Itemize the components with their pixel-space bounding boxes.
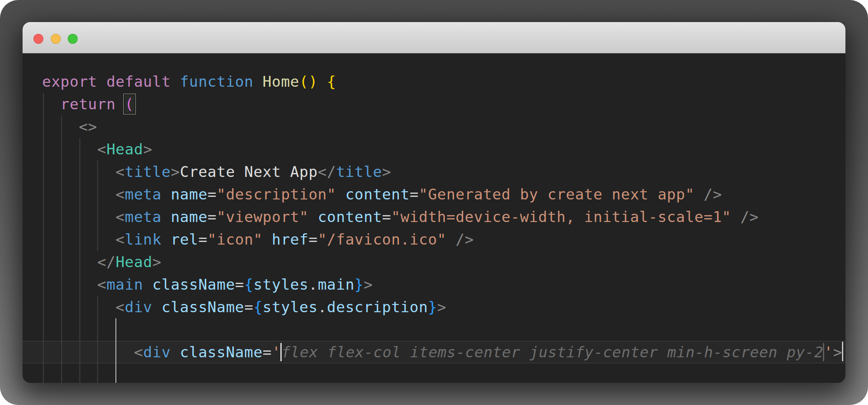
code-token xyxy=(318,73,327,90)
code-token: meta xyxy=(125,208,162,225)
zoom-button[interactable] xyxy=(68,34,78,44)
code-token xyxy=(263,231,272,248)
code-token xyxy=(42,298,115,316)
code-token xyxy=(309,208,318,225)
code-token: { xyxy=(244,276,253,293)
code-lines: export default function Home() { return … xyxy=(23,53,845,383)
code-token: export default xyxy=(42,73,171,90)
window-titlebar[interactable] xyxy=(23,22,845,53)
code-token xyxy=(42,343,134,361)
code-token xyxy=(42,140,97,158)
code-token xyxy=(42,186,115,203)
code-token: < xyxy=(115,298,125,316)
code-token xyxy=(447,231,456,248)
code-token: = xyxy=(235,276,244,293)
code-line-7[interactable]: <meta name="viewport" content="width=dev… xyxy=(23,206,845,228)
code-token: meta xyxy=(125,186,162,203)
code-token xyxy=(694,186,704,203)
code-token: ' xyxy=(824,343,833,361)
code-line-1[interactable]: export default function Home() { xyxy=(23,70,845,93)
code-token: > xyxy=(171,163,180,180)
code-token: </ xyxy=(97,253,115,271)
code-token xyxy=(253,73,263,90)
code-token xyxy=(152,298,161,316)
code-token: <> xyxy=(79,118,97,135)
code-token xyxy=(161,208,171,225)
code-token: styles xyxy=(263,298,318,316)
code-line-10[interactable]: <main className={styles.main}> xyxy=(23,273,845,296)
code-token: href xyxy=(272,231,309,248)
code-token: = xyxy=(410,186,419,203)
code-token: } xyxy=(428,298,437,316)
code-token xyxy=(42,163,115,180)
code-token: { xyxy=(327,73,336,90)
copilot-ghost-text: flex flex-col items-center justify-cente… xyxy=(281,343,823,361)
code-token xyxy=(161,231,171,248)
code-token: name xyxy=(171,186,207,203)
code-token: styles xyxy=(253,276,309,293)
code-editor[interactable]: export default function Home() { return … xyxy=(23,53,845,383)
code-token: "viewport" xyxy=(217,208,309,225)
code-token: content xyxy=(318,208,382,225)
code-line-6[interactable]: <meta name="description" content="Genera… xyxy=(23,183,845,206)
code-token: > xyxy=(437,298,446,316)
code-line-2[interactable]: return ( xyxy=(23,93,845,115)
code-token: > xyxy=(364,276,373,293)
code-token: < xyxy=(115,231,125,248)
code-token: = xyxy=(244,298,253,316)
code-token: { xyxy=(253,298,263,316)
code-token: className xyxy=(152,276,235,293)
line-end-cursor xyxy=(842,342,844,361)
code-line-8[interactable]: <link rel="icon" href="/favicon.ico" /> xyxy=(23,228,845,251)
code-token: title xyxy=(336,163,382,180)
code-token: div xyxy=(143,343,171,361)
current-code-line[interactable]: <div className='flex flex-col items-cent… xyxy=(23,341,845,363)
close-button[interactable] xyxy=(33,34,43,44)
code-token: name xyxy=(171,208,207,225)
code-token: = xyxy=(207,186,217,203)
code-token: main xyxy=(106,276,143,293)
code-line-11[interactable]: <div className={styles.description}> xyxy=(23,296,845,318)
code-token: } xyxy=(355,276,364,293)
code-token: = xyxy=(198,231,207,248)
code-token: content xyxy=(345,186,410,203)
matched-bracket: ( xyxy=(125,95,134,113)
code-line-3[interactable]: <> xyxy=(23,115,845,138)
code-token: main xyxy=(318,276,355,293)
code-token: > xyxy=(143,140,152,158)
code-token: = xyxy=(263,343,272,361)
code-token: link xyxy=(125,231,162,248)
code-token xyxy=(143,276,152,293)
code-token: /> xyxy=(456,231,474,248)
code-token: < xyxy=(115,163,125,180)
code-token: = xyxy=(207,208,217,225)
code-token: > xyxy=(382,163,391,180)
code-token: function xyxy=(180,73,253,90)
code-token: < xyxy=(115,186,125,203)
code-token: "width=device-width, initial-scale=1" xyxy=(391,208,731,225)
code-token: /> xyxy=(704,186,722,203)
minimize-button[interactable] xyxy=(51,34,61,44)
code-token: . xyxy=(318,298,327,316)
code-line-5[interactable]: <title>Create Next App</title> xyxy=(23,160,845,183)
code-token: < xyxy=(97,276,106,293)
code-token: "/favicon.ico" xyxy=(318,231,446,248)
code-token xyxy=(336,186,345,203)
code-line-9[interactable]: </Head> xyxy=(23,251,845,273)
code-token: Head xyxy=(115,253,152,271)
code-token xyxy=(42,276,97,293)
code-token: rel xyxy=(171,231,198,248)
code-token: ' xyxy=(272,343,281,361)
code-token xyxy=(42,208,115,225)
code-token: return xyxy=(42,95,125,113)
code-token: "Generated by create next app" xyxy=(419,186,694,203)
code-line-12[interactable] xyxy=(23,318,845,341)
code-line-4[interactable]: <Head> xyxy=(23,138,845,160)
code-token xyxy=(42,253,97,271)
code-token xyxy=(171,343,180,361)
code-token: < xyxy=(97,140,106,158)
code-token xyxy=(42,231,115,248)
code-token: Create Next App xyxy=(180,163,318,180)
code-token: < xyxy=(115,208,125,225)
code-token: = xyxy=(382,208,391,225)
